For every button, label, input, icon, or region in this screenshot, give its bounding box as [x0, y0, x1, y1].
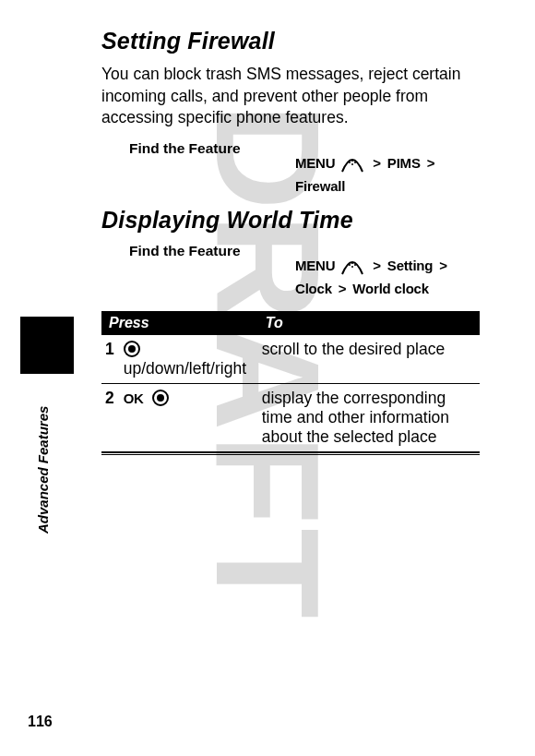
heading-setting-firewall: Setting Firewall	[101, 28, 480, 54]
nav-key-icon	[124, 341, 140, 357]
step-number: 1	[101, 335, 120, 384]
page-number: 116	[28, 714, 53, 730]
menu-clock: Clock	[295, 281, 332, 296]
table-row: 1 up/down/left/right scroll to the desir…	[101, 335, 480, 384]
col-press: Press	[101, 311, 258, 335]
separator: >	[439, 258, 447, 273]
phone-key-icon	[340, 153, 364, 178]
svg-point-2	[354, 162, 356, 163]
separator: >	[339, 281, 347, 296]
table-bottom-rule	[101, 454, 480, 455]
svg-point-0	[349, 162, 351, 163]
svg-point-11	[157, 394, 164, 402]
nav-key-icon	[152, 390, 169, 406]
svg-point-7	[351, 266, 353, 268]
menu-world-clock: World clock	[352, 281, 429, 296]
separator: >	[373, 258, 381, 273]
svg-point-1	[351, 160, 353, 162]
menu-firewall: Firewall	[295, 178, 345, 194]
to-cell: display the corresponding time and other…	[258, 383, 480, 452]
phone-key-icon	[340, 256, 364, 281]
svg-point-3	[351, 163, 353, 165]
svg-point-4	[349, 264, 351, 266]
heading-world-time: Displaying World Time	[101, 207, 480, 234]
press-cell: up/down/left/right	[120, 335, 258, 384]
step-number: 2	[101, 383, 120, 452]
to-cell: scroll to the desired place	[258, 335, 480, 384]
menu-path-firewall: MENU > PIMS > Firewall	[295, 153, 480, 196]
table-row: 2 OK display the corresponding time and …	[101, 383, 480, 452]
steps-table: Press To 1 up/down/left/right scroll to …	[101, 311, 480, 453]
find-feature-firewall: Find the Feature MENU > PIMS > Firewall	[101, 140, 480, 196]
menu-label: MENU	[295, 258, 335, 273]
separator: >	[373, 155, 381, 171]
body-setting-firewall: You can block trash SMS messages, reject…	[101, 64, 480, 129]
find-feature-worldtime: Find the Feature MENU > Setting > Clock …	[101, 243, 480, 298]
page-content: Setting Firewall You can block trash SMS…	[0, 0, 535, 455]
separator: >	[427, 155, 435, 171]
menu-setting: Setting	[387, 258, 433, 273]
col-to: To	[258, 311, 480, 335]
menu-path-worldtime: MENU > Setting > Clock > World clock	[295, 256, 480, 298]
ok-label: OK	[124, 390, 144, 406]
press-cell: OK	[120, 383, 258, 452]
svg-point-9	[128, 345, 136, 353]
svg-point-6	[354, 264, 356, 266]
menu-label: MENU	[295, 155, 335, 171]
press-description: up/down/left/right	[124, 359, 246, 378]
svg-point-5	[351, 262, 353, 264]
menu-pims: PIMS	[387, 155, 421, 171]
